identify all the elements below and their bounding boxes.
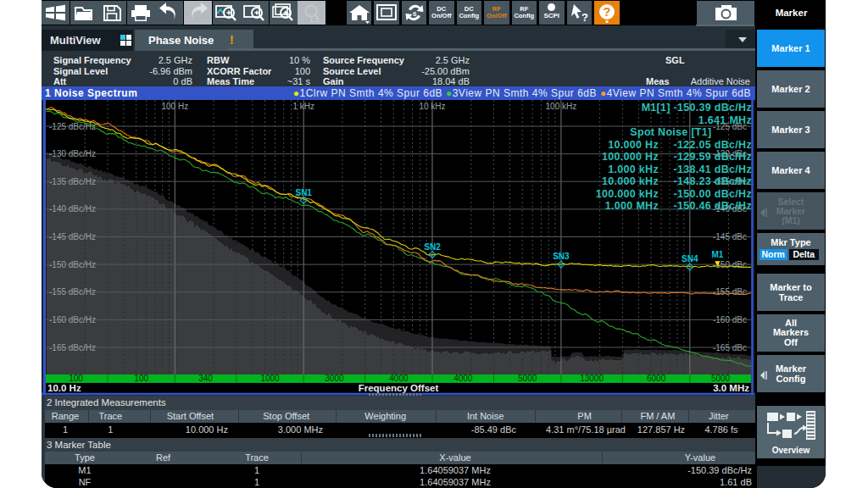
svg-text:SN2: SN2 — [424, 242, 441, 252]
svg-text:?: ? — [604, 5, 611, 19]
svg-text:?: ? — [581, 11, 588, 24]
svg-text:-155 dBc/Hz: -155 dBc/Hz — [49, 287, 96, 297]
svg-text:100: 100 — [134, 374, 148, 383]
svg-text:100.000 kHz: 100.000 kHz — [596, 188, 659, 200]
svg-text:SN1: SN1 — [295, 188, 312, 197]
svg-text:-155 dBc: -155 dBc — [713, 287, 747, 297]
svg-text:10.000 Hz: 10.000 Hz — [608, 139, 659, 151]
svg-text:Spot Noise [T1]: Spot Noise [T1] — [630, 126, 711, 138]
svg-text:-165 dBc: -165 dBc — [713, 343, 747, 352]
svg-text:-145 dBc: -145 dBc — [713, 232, 747, 241]
svg-text:1.000 kHz: 1.000 kHz — [608, 164, 659, 175]
svg-text:13000: 13000 — [580, 374, 604, 383]
svg-text:1.000 MHz: 1.000 MHz — [605, 200, 659, 212]
svg-text:1 kHz: 1 kHz — [292, 102, 314, 111]
svg-text:100 Hz: 100 Hz — [161, 102, 188, 111]
svg-text:10.0 Hz: 10.0 Hz — [47, 383, 81, 393]
svg-text:s: s — [412, 9, 416, 18]
svg-text:340: 340 — [198, 374, 213, 383]
svg-text:1.641 MHz: 1.641 MHz — [698, 114, 752, 126]
svg-text:Frequency Offset: Frequency Offset — [359, 383, 439, 393]
svg-text:1:1: 1:1 — [310, 16, 320, 24]
svg-text:10 kHz: 10 kHz — [419, 102, 445, 111]
svg-text:100 kHz: 100 kHz — [546, 102, 577, 111]
svg-text:M1[1] -150.39 dBc/Hz: M1[1] -150.39 dBc/Hz — [642, 102, 752, 114]
svg-text:M1: M1 — [711, 250, 723, 259]
svg-text:100.000 Hz: 100.000 Hz — [602, 151, 659, 163]
svg-text:-160 dBc: -160 dBc — [713, 315, 747, 324]
svg-text:-165 dBc/Hz: -165 dBc/Hz — [49, 343, 96, 352]
svg-text:SN3: SN3 — [553, 252, 570, 261]
svg-text:-125 dBc/Hz: -125 dBc/Hz — [49, 122, 96, 131]
svg-text:1000: 1000 — [260, 374, 280, 383]
svg-text:-160 dBc/Hz: -160 dBc/Hz — [49, 315, 96, 324]
svg-text:-122.05 dBc/Hz: -122.05 dBc/Hz — [674, 139, 752, 151]
svg-text:3.0 MHz: 3.0 MHz — [713, 383, 749, 393]
svg-text:-145 dBc/Hz: -145 dBc/Hz — [49, 232, 96, 241]
svg-text:-150.00 dBc/Hz: -150.00 dBc/Hz — [674, 188, 752, 200]
svg-text:4000: 4000 — [389, 374, 409, 383]
svg-text:-130 dBc/Hz: -130 dBc/Hz — [49, 149, 96, 158]
svg-text:-129.59 dBc/Hz: -129.59 dBc/Hz — [674, 151, 752, 163]
svg-text:100: 100 — [69, 374, 83, 383]
svg-text:3000: 3000 — [325, 374, 344, 383]
svg-text:-138.41 dBc/Hz: -138.41 dBc/Hz — [674, 164, 752, 175]
svg-text:4000: 4000 — [453, 374, 473, 383]
svg-text:SN4: SN4 — [682, 254, 698, 263]
svg-text:-135 dBc/Hz: -135 dBc/Hz — [49, 177, 96, 186]
svg-text:5000: 5000 — [711, 374, 731, 383]
svg-text:-150 dBc/Hz: -150 dBc/Hz — [49, 260, 96, 269]
svg-text:6000: 6000 — [647, 374, 666, 383]
svg-text:10.000 kHz: 10.000 kHz — [602, 175, 659, 187]
svg-text:-150.46 dBc/Hz: -150.46 dBc/Hz — [674, 200, 752, 212]
svg-text:-140 dBc/Hz: -140 dBc/Hz — [49, 204, 96, 214]
svg-text:-148.23 dBc/Hz: -148.23 dBc/Hz — [674, 175, 752, 187]
svg-text:5000: 5000 — [518, 374, 537, 383]
